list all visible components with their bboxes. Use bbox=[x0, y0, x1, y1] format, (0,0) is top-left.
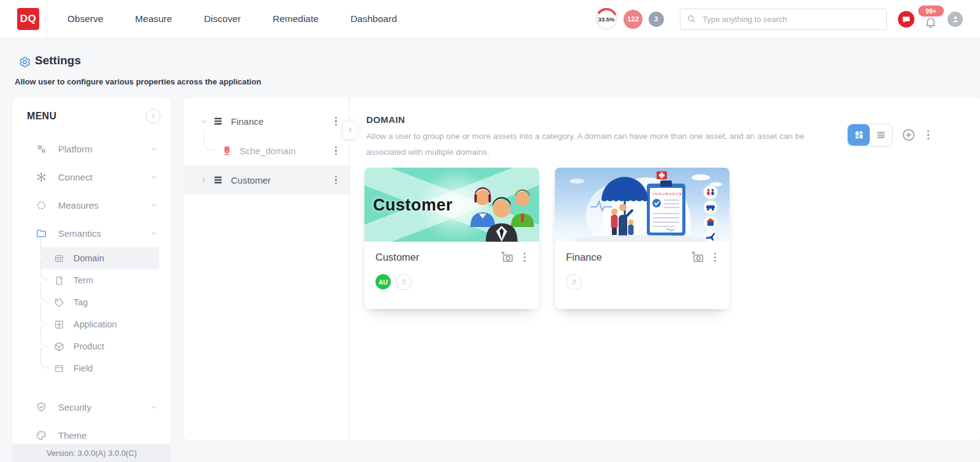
top-navbar: DQ Observe Measure Discover Remediate Da… bbox=[0, 0, 980, 39]
list-icon bbox=[876, 130, 886, 140]
chevron-down-icon bbox=[150, 201, 158, 209]
people-illustration bbox=[466, 177, 538, 242]
chevron-down-icon[interactable] bbox=[200, 117, 208, 125]
chevron-down-icon bbox=[150, 145, 158, 153]
bell-icon bbox=[924, 15, 937, 29]
banner-text: Customer bbox=[373, 196, 453, 215]
svg-text:INSURANCE: INSURANCE bbox=[653, 192, 683, 196]
nav-right-group: 33.5% 122 3 99+ bbox=[595, 0, 963, 38]
sidebar-item-label: Platform bbox=[58, 144, 92, 154]
domain-content-panel: DOMAIN Allow a user to group one or more… bbox=[350, 98, 980, 441]
sidebar-item-semantics[interactable]: Semantics bbox=[12, 219, 170, 247]
chevron-down-icon bbox=[150, 173, 158, 181]
palette-icon bbox=[36, 430, 48, 441]
tree-node-menu-button[interactable] bbox=[333, 144, 339, 158]
sidebar-item-product[interactable]: Product bbox=[40, 335, 159, 357]
tree-node-menu-button[interactable] bbox=[333, 114, 339, 129]
cube-icon bbox=[54, 341, 65, 352]
card-menu-button[interactable] bbox=[712, 250, 718, 264]
app-logo[interactable]: DQ bbox=[17, 8, 39, 30]
domain-icon bbox=[54, 253, 65, 264]
section-description: Allow a user to group one or more assets… bbox=[366, 129, 816, 161]
document-icon bbox=[54, 275, 65, 286]
application-icon bbox=[54, 319, 65, 330]
domain-card-finance[interactable]: INSURANCE bbox=[555, 168, 729, 309]
search-input[interactable] bbox=[701, 14, 880, 24]
tree-node-customer[interactable]: Customer bbox=[184, 165, 349, 195]
sidebar-item-platform[interactable]: Platform bbox=[12, 135, 170, 163]
person-icon bbox=[400, 278, 408, 286]
tree-node-label: Customer bbox=[231, 175, 271, 185]
support-chat-icon[interactable] bbox=[898, 11, 914, 28]
measures-icon bbox=[36, 199, 48, 211]
sidebar-item-label: Semantics bbox=[58, 228, 101, 239]
platform-icon bbox=[36, 143, 48, 155]
grid-icon bbox=[854, 130, 864, 140]
sidebar-item-label: Application bbox=[74, 319, 117, 329]
card-title: Finance bbox=[566, 251, 602, 263]
sidebar-item-security[interactable]: Security bbox=[12, 393, 170, 421]
nav-item-measure[interactable]: Measure bbox=[135, 13, 172, 24]
view-toggle bbox=[847, 124, 892, 146]
schema-icon bbox=[222, 146, 232, 156]
nav-divider bbox=[47, 0, 47, 38]
alerts-count-badge[interactable]: 122 bbox=[624, 10, 643, 29]
toolbar-menu-button[interactable] bbox=[925, 128, 932, 142]
nav-item-observe[interactable]: Observe bbox=[67, 13, 104, 24]
nav-item-remediate[interactable]: Remediate bbox=[273, 13, 318, 24]
section-title: DOMAIN bbox=[366, 114, 405, 125]
sidebar-collapse-button[interactable] bbox=[146, 109, 160, 124]
tag-icon bbox=[54, 297, 65, 308]
add-user-button[interactable] bbox=[396, 274, 412, 290]
sidebar-item-label: Measures bbox=[58, 200, 99, 211]
owner-avatar[interactable]: AU bbox=[375, 274, 391, 289]
global-search[interactable] bbox=[680, 9, 887, 30]
sidebar-item-domain[interactable]: Domain bbox=[40, 247, 159, 269]
chevron-left-icon bbox=[347, 126, 354, 133]
tree-node-label: Finance bbox=[231, 116, 263, 127]
tree-node-menu-button[interactable] bbox=[333, 173, 339, 187]
page-subtitle: Allow user to configure various properti… bbox=[15, 77, 261, 86]
sidebar-item-application[interactable]: Application bbox=[40, 313, 159, 335]
info-count-badge[interactable]: 3 bbox=[649, 12, 664, 27]
list-view-button[interactable] bbox=[870, 124, 892, 146]
chevron-right-icon[interactable] bbox=[200, 176, 208, 184]
domain-tree-panel: Finance Sche_domain Customer bbox=[184, 98, 349, 441]
notifications-button[interactable]: 99+ bbox=[921, 7, 941, 31]
sidebar-item-label: Connect bbox=[58, 172, 92, 182]
sidebar-item-connect[interactable]: Connect bbox=[12, 163, 170, 191]
domain-card-customer[interactable]: Customer bbox=[364, 168, 539, 309]
tree-node-label: Sche_domain bbox=[239, 146, 296, 156]
nav-item-discover[interactable]: Discover bbox=[204, 13, 241, 24]
field-icon bbox=[54, 363, 65, 374]
card-menu-button[interactable] bbox=[521, 250, 528, 264]
sidebar-item-label: Tag bbox=[74, 297, 88, 307]
stack-icon bbox=[213, 174, 224, 185]
add-domain-button[interactable] bbox=[902, 128, 916, 142]
change-image-icon[interactable] bbox=[500, 250, 514, 264]
grid-view-button[interactable] bbox=[848, 124, 870, 146]
sidebar-item-term[interactable]: Term bbox=[40, 269, 159, 291]
sidebar-item-tag[interactable]: Tag bbox=[40, 291, 159, 313]
search-icon bbox=[687, 14, 696, 24]
person-icon bbox=[951, 14, 960, 24]
quality-gauge-value: 33.5% bbox=[598, 10, 616, 28]
plus-circle-icon bbox=[902, 128, 916, 142]
person-icon bbox=[570, 278, 578, 286]
nav-item-dashboard[interactable]: Dashboard bbox=[350, 13, 397, 24]
insurance-illustration: INSURANCE bbox=[555, 168, 729, 242]
change-image-icon[interactable] bbox=[691, 250, 704, 264]
finance-banner-image: INSURANCE bbox=[555, 168, 729, 242]
user-avatar[interactable] bbox=[948, 12, 963, 27]
sidebar-item-measures[interactable]: Measures bbox=[12, 191, 170, 219]
tree-collapse-handle[interactable] bbox=[342, 120, 358, 140]
add-user-button[interactable] bbox=[566, 274, 582, 290]
tree-node-sche-domain[interactable]: Sche_domain bbox=[184, 136, 349, 165]
quality-gauge[interactable]: 33.5% bbox=[595, 8, 617, 30]
version-info: Version: 3.0.0(A) 3.0.0(C) bbox=[12, 444, 170, 462]
chevron-down-icon bbox=[150, 403, 158, 411]
sidebar-item-field[interactable]: Field bbox=[40, 357, 159, 379]
domain-cards: Customer bbox=[364, 168, 729, 309]
chevron-up-icon bbox=[150, 229, 158, 237]
settings-gear-icon bbox=[18, 56, 31, 69]
